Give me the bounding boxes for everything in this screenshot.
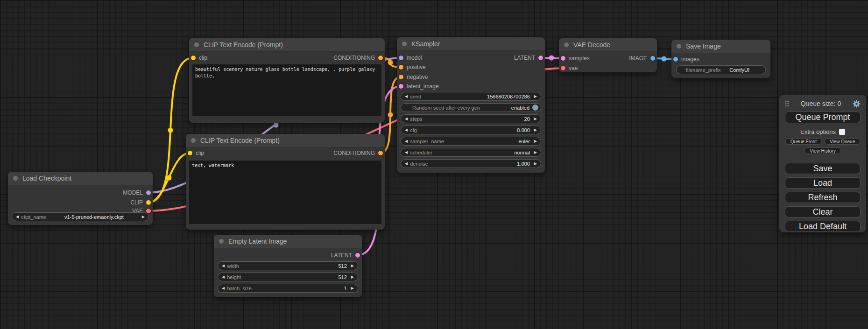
load-button[interactable]: Load xyxy=(785,177,861,189)
node-title-bar[interactable]: Load Checkpoint xyxy=(8,172,153,185)
port-dot-latent[interactable] xyxy=(399,84,403,89)
increment-arrow-icon[interactable]: ▶ xyxy=(351,287,354,290)
clear-button[interactable]: Clear xyxy=(785,206,861,217)
increment-arrow-icon[interactable]: ▶ xyxy=(534,117,537,121)
node-title-bar[interactable]: Save Image xyxy=(671,40,770,53)
widget-value: 1.000 xyxy=(517,161,530,167)
decrement-arrow-icon[interactable]: ◀ xyxy=(405,128,408,132)
decrement-arrow-icon[interactable]: ◀ xyxy=(405,95,408,98)
decrement-arrow-icon[interactable]: ◀ xyxy=(405,140,408,143)
port-dot-conditioning[interactable] xyxy=(399,65,403,70)
node-title: VAE Decode xyxy=(573,41,610,49)
decrement-arrow-icon[interactable]: ◀ xyxy=(16,215,19,219)
port-dot-clip[interactable] xyxy=(191,56,196,60)
graph-canvas[interactable]: Load Checkpoint MODEL CLIP VAE ◀ ckpt_na… xyxy=(0,0,868,329)
widget-value: ComfyUI xyxy=(729,67,749,73)
node-title-bar[interactable]: CLIP Text Encode (Prompt) xyxy=(189,38,385,52)
toggle-dot-icon[interactable] xyxy=(532,105,538,111)
widget-value: 1 xyxy=(344,286,347,291)
widget-value: 156680208700286 xyxy=(487,94,530,99)
port-dot-vae[interactable] xyxy=(561,66,565,70)
port-dot-conditioning[interactable] xyxy=(378,151,383,155)
widget-height[interactable]: ◀ height 512 ▶ xyxy=(218,273,358,281)
port-dot-image[interactable] xyxy=(650,56,655,61)
port-dot-image[interactable] xyxy=(673,57,678,62)
increment-arrow-icon[interactable]: ▶ xyxy=(351,264,354,268)
widget-filename-prefix[interactable]: filename_prefix ComfyUI xyxy=(676,65,766,74)
collapse-dot-icon[interactable] xyxy=(677,44,681,49)
widget-steps[interactable]: ◀ steps 20 ▶ xyxy=(401,114,541,123)
refresh-button[interactable]: Refresh xyxy=(785,192,861,203)
collapse-dot-icon[interactable] xyxy=(194,42,199,47)
node-title-bar[interactable]: VAE Decode xyxy=(559,38,657,52)
collapse-dot-icon[interactable] xyxy=(564,42,569,47)
prompt-textarea[interactable]: text, watermark xyxy=(189,161,381,224)
prompt-textarea[interactable]: beautiful scenery nature glass bottle la… xyxy=(192,64,381,116)
collapse-dot-icon[interactable] xyxy=(402,42,407,46)
port-dot-clip[interactable] xyxy=(146,200,151,205)
widget-sampler-name[interactable]: ◀ sampler_name euler ▶ xyxy=(401,137,541,146)
widget-width[interactable]: ◀ width 512 ▶ xyxy=(218,261,358,270)
port-dot-model[interactable] xyxy=(399,56,403,60)
node-title-bar[interactable]: CLIP Text Encode (Prompt) xyxy=(186,134,385,147)
widget-label: sampler_name xyxy=(410,139,444,144)
collapse-dot-icon[interactable] xyxy=(219,239,224,244)
extra-options-checkbox[interactable] xyxy=(839,129,845,135)
slot-label: IMAGE xyxy=(629,55,647,62)
collapse-dot-icon[interactable] xyxy=(191,138,196,143)
widget-value: 20 xyxy=(524,116,530,122)
view-queue-button[interactable]: View Queue xyxy=(825,138,860,145)
slot-label: negative xyxy=(407,74,428,80)
output-slot-conditioning: CONDITIONING xyxy=(333,149,383,157)
output-slot-model: MODEL xyxy=(123,189,151,197)
node-title-bar[interactable]: KSampler xyxy=(397,37,545,51)
widget-value: 8.000 xyxy=(517,127,530,133)
increment-arrow-icon[interactable]: ▶ xyxy=(142,215,145,219)
node-title: CLIP Text Encode (Prompt) xyxy=(204,41,283,49)
decrement-arrow-icon[interactable]: ◀ xyxy=(405,162,408,166)
decrement-arrow-icon[interactable]: ◀ xyxy=(222,264,225,268)
widget-cfg[interactable]: ◀ cfg 8.000 ▶ xyxy=(401,126,541,134)
wire-midpoint-dot xyxy=(167,175,172,181)
widget-batch-size[interactable]: ◀ batch_size 1 ▶ xyxy=(218,284,358,293)
node-clip-text-encode-negative: CLIP Text Encode (Prompt) clip CONDITION… xyxy=(186,134,385,230)
node-title-bar[interactable]: Empty Latent Image xyxy=(214,235,362,248)
widget-label: Random seed after every gen xyxy=(412,105,480,111)
collapse-dot-icon[interactable] xyxy=(13,176,18,181)
decrement-arrow-icon[interactable]: ◀ xyxy=(405,151,408,154)
increment-arrow-icon[interactable]: ▶ xyxy=(534,95,537,98)
port-dot-latent[interactable] xyxy=(561,56,565,61)
slot-label: LATENT xyxy=(331,252,352,259)
decrement-arrow-icon[interactable]: ◀ xyxy=(222,275,225,279)
node-save-image: Save Image images filename_prefix ComfyU… xyxy=(671,40,770,78)
port-dot-latent[interactable] xyxy=(538,56,543,60)
view-history-button[interactable]: View History xyxy=(804,147,840,154)
increment-arrow-icon[interactable]: ▶ xyxy=(534,128,537,132)
load-default-button[interactable]: Load Default xyxy=(785,221,861,232)
settings-gear-icon[interactable] xyxy=(853,100,861,108)
widget-random-seed-toggle[interactable]: Random seed after every gen enabled xyxy=(401,103,541,112)
widget-seed[interactable]: ◀ seed 156680208700286 ▶ xyxy=(401,92,541,101)
save-button[interactable]: Save xyxy=(785,163,861,174)
widget-label: steps xyxy=(410,116,422,122)
increment-arrow-icon[interactable]: ▶ xyxy=(534,162,537,166)
port-dot-latent[interactable] xyxy=(355,253,360,258)
slot-label: CONDITIONING xyxy=(333,55,375,61)
widget-denoise[interactable]: ◀ denoise 1.000 ▶ xyxy=(401,159,541,168)
widget-ckpt-name[interactable]: ◀ ckpt_name v1-5-pruned-emaonly.ckpt ▶ xyxy=(12,212,149,221)
port-dot-conditioning[interactable] xyxy=(378,56,383,60)
port-dot-model[interactable] xyxy=(146,190,151,195)
decrement-arrow-icon[interactable]: ◀ xyxy=(405,117,408,121)
port-dot-clip[interactable] xyxy=(188,151,192,155)
drag-handle-icon[interactable] xyxy=(785,100,789,107)
increment-arrow-icon[interactable]: ▶ xyxy=(534,140,537,143)
increment-arrow-icon[interactable]: ▶ xyxy=(534,151,537,154)
queue-front-button[interactable]: Queue Front xyxy=(785,138,822,145)
increment-arrow-icon[interactable]: ▶ xyxy=(351,275,354,279)
widget-scheduler[interactable]: ◀ scheduler normal ▶ xyxy=(401,148,541,157)
slot-label: model xyxy=(407,55,422,61)
port-dot-conditioning[interactable] xyxy=(399,75,403,79)
queue-prompt-button[interactable]: Queue Prompt xyxy=(785,112,861,123)
decrement-arrow-icon[interactable]: ◀ xyxy=(222,287,225,290)
widget-label: height xyxy=(227,274,241,280)
